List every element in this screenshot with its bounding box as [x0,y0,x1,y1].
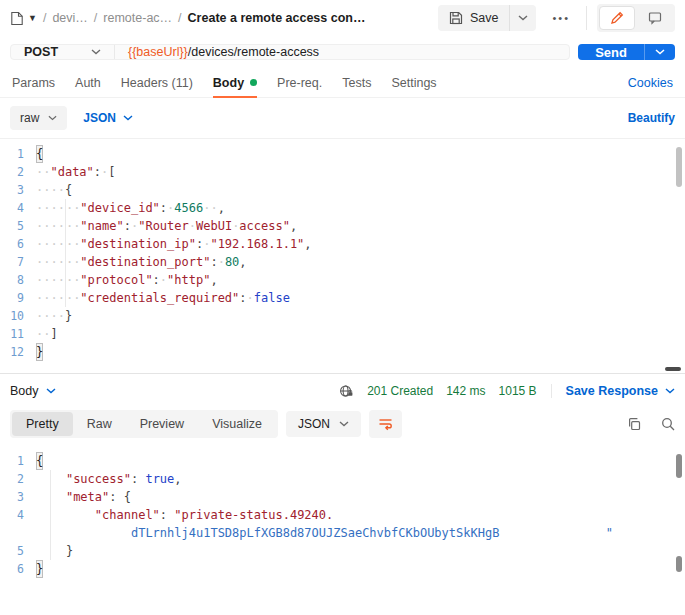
body-has-content-dot [250,79,257,86]
copy-response-button[interactable] [627,417,641,431]
code-token-bool: false [254,289,290,307]
code-token-ws: · [167,199,174,217]
save-icon [449,11,463,25]
language-label: JSON [83,111,116,125]
code-line: 2 "success": true, [0,470,685,488]
response-toolbar: PrettyRawPreviewVisualize JSON [0,408,685,446]
tab-body[interactable]: Body [213,68,257,97]
code-line: 5······"name":·"Router·WebUI·access", [0,217,685,235]
code-token-str: "private-status.49240. [174,506,333,524]
breadcrumb-separator: / [94,11,97,25]
edit-mode-button[interactable] [599,6,635,30]
line-number: 5 [0,542,36,560]
view-tab-visualize[interactable]: Visualize [198,412,276,436]
beautify-link[interactable]: Beautify [628,111,675,125]
code-token-num: 80 [225,253,239,271]
view-tab-preview[interactable]: Preview [126,412,198,436]
line-number: 4 [0,199,36,217]
request-editor-scrollbar[interactable] [676,147,682,187]
code-token-key: "channel" [95,506,160,524]
request-file-icon[interactable] [10,11,24,26]
tab-settings[interactable]: Settings [391,68,436,97]
save-options-button[interactable] [509,5,536,31]
view-tab-raw[interactable]: Raw [73,412,126,436]
code-token-ws: · [160,271,167,289]
tab-params[interactable]: Params [12,68,55,97]
tab-label: Pre-req. [277,76,322,90]
more-options-button[interactable]: ••• [546,6,576,30]
line-number: 5 [0,217,36,235]
method-select[interactable]: POST [11,45,115,59]
request-body-editor[interactable]: 1{2··"data":·[3····{4······"device_id":·… [0,138,685,374]
response-body-editor[interactable]: 1{2 "success": true,3 "meta": {4 "channe… [0,446,685,586]
response-stats: 201 Created 142 ms 1015 B [339,384,536,398]
code-line: 11··] [0,325,685,343]
network-info-icon[interactable] [339,384,354,398]
code-token-str: "http" [167,271,210,289]
header-divider [586,6,587,30]
comment-mode-button[interactable] [637,6,673,30]
line-number: 6 [0,235,36,253]
request-editor-hscrollbar[interactable] [665,367,681,371]
code-line: 3····{ [0,181,685,199]
breadcrumb-item[interactable]: devi… [52,11,87,25]
code-token-bool: true [145,470,174,488]
tab-pre-req-[interactable]: Pre-req. [277,68,322,97]
cookies-link[interactable]: Cookies [628,76,673,90]
code-token-sp [167,506,174,524]
code-token-ws: ·· [36,325,50,343]
code-token-pun: } [66,542,73,560]
line-number: 4 [0,506,36,524]
response-language-select[interactable]: JSON [286,411,361,437]
language-select[interactable]: JSON [83,111,133,125]
response-editor-scrollbar-mark [676,556,682,572]
breadcrumb-separator: / [43,11,46,25]
line-number: 8 [0,271,36,289]
code-token-pun: { [124,488,131,506]
breadcrumb-item[interactable]: Create a remote access con… [188,11,366,25]
code-token-ws: ···· [36,181,65,199]
code-token-sp [51,506,94,524]
body-format-select[interactable]: raw [10,106,67,130]
code-line: 8······"protocol":·"http", [0,271,685,289]
send-options-button[interactable] [644,44,675,60]
code-token-sp [51,524,130,542]
response-size[interactable]: 1015 B [499,384,537,398]
view-tab-pretty[interactable]: Pretty [12,412,73,436]
tab-headers-11-[interactable]: Headers (11) [121,68,193,97]
code-line: 4 "channel": "private-status.49240. [0,506,685,524]
tab-auth[interactable]: Auth [75,68,101,97]
send-button[interactable]: Send [578,44,644,60]
code-token-ws: ·· [66,217,80,235]
response-time[interactable]: 142 ms [446,384,485,398]
response-editor-scrollbar[interactable] [676,454,682,478]
code-token-pun: : [109,488,116,506]
tab-tests[interactable]: Tests [342,68,371,97]
code-token-ws: ···· [36,289,65,307]
request-menu-chevron[interactable]: ▼ [28,13,37,23]
save-response-button[interactable]: Save Response [551,384,675,398]
search-response-button[interactable] [661,417,675,431]
code-token-hl: { [36,452,43,470]
line-number: 1 [0,145,36,163]
url-field: POST {{baseUrl}}/devices/remote-access [10,44,570,60]
status-badge[interactable]: 201 Created [367,384,433,398]
request-header: ▼ /devi…/remote-ac…/Create a remote acce… [0,0,685,36]
code-token-ws: · [203,235,210,253]
wrap-lines-button[interactable] [369,410,402,438]
code-token-ws: ·· [66,235,80,253]
url-input[interactable]: {{baseUrl}}/devices/remote-access [115,45,332,59]
response-body-select[interactable]: Body [10,384,56,398]
code-token-ws: ···· [36,217,65,235]
code-token-ws: ···· [36,199,65,217]
language-chevron-icon [123,115,133,121]
code-line: dTLrnhlj4u1TSD8pLfXGB8d87OUJZSaeChvbfCKb… [0,524,685,542]
response-view-tabs: PrettyRawPreviewVisualize [10,410,278,438]
response-body-chevron-icon [46,388,56,394]
line-number: 1 [0,452,36,470]
breadcrumb-item[interactable]: remote-ac… [103,11,172,25]
code-line: 5 } [0,542,685,560]
code-token-key: "credentials_required" [80,289,239,307]
save-button[interactable]: Save [438,5,510,31]
code-token-sp [36,488,50,506]
